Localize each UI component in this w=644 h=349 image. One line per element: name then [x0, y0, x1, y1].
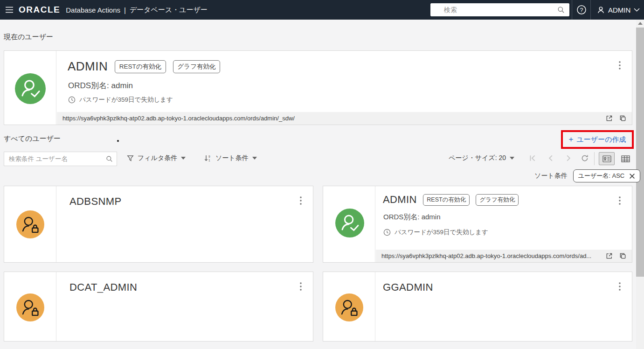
user-card-ggadmin[interactable]: GGADMIN — [323, 272, 632, 342]
ords-alias: ORDS別名: admin — [68, 80, 133, 91]
clock-icon — [383, 229, 391, 236]
header-search — [430, 3, 569, 16]
open-in-new-tab-icon[interactable] — [606, 115, 613, 122]
user-check-avatar-icon — [15, 73, 46, 106]
next-page-button[interactable] — [565, 154, 572, 163]
user-menu-label: ADMIN — [608, 6, 630, 14]
help-button[interactable]: ? — [573, 0, 590, 20]
user-search-input[interactable] — [4, 152, 117, 166]
graph-enabled-badge: グラフ有効化 — [476, 194, 519, 206]
user-name: DCAT_ADMIN — [69, 281, 137, 293]
sort-label: ソート条件 — [215, 154, 249, 162]
rest-enabled-badge: RESTの有効化 — [423, 194, 470, 206]
question-mark-icon: ? — [580, 7, 583, 14]
copy-url-icon[interactable] — [619, 252, 626, 259]
user-locked-avatar-icon — [16, 210, 44, 240]
clock-icon — [68, 96, 76, 104]
all-users-section-title: すべてのユーザー — [4, 134, 61, 143]
chevron-down-icon — [634, 8, 640, 12]
hamburger-menu-icon[interactable] — [0, 0, 19, 20]
header-search-input[interactable] — [430, 3, 569, 16]
page-title: データベース・ユーザー — [130, 6, 208, 14]
search-icon[interactable] — [106, 155, 113, 164]
copy-url-icon[interactable] — [619, 115, 626, 122]
previous-page-button[interactable] — [547, 154, 554, 163]
user-card-admin[interactable]: ADMIN RESTの有効化 グラフ有効化 ORDS別名: admin パスワー… — [323, 186, 632, 263]
search-icon[interactable] — [557, 6, 565, 15]
all-users-toolbar: フィルタ条件 91 ソート条件 ページ・サイズ: 20 — [0, 151, 636, 167]
table-view-button[interactable] — [617, 152, 633, 165]
password-expiry-text: パスワードが359日で失効します — [395, 228, 488, 237]
current-user-card: ADMIN RESTの有効化 グラフ有効化 ORDS別名: admin パスワー… — [4, 50, 632, 125]
stray-dot — [117, 140, 119, 142]
sort-chip-value: ユーザー名: ASC — [578, 172, 625, 180]
user-search — [4, 152, 117, 166]
card-menu-button[interactable] — [298, 195, 304, 208]
current-user-section-title: 現在のユーザー — [4, 33, 53, 42]
page-scrollbar[interactable] — [636, 20, 644, 349]
card-menu-button[interactable] — [617, 281, 623, 293]
page-size-label: ページ・サイズ: 20 — [449, 154, 506, 162]
ords-url[interactable]: https://sya6vphk3pzlkhq-atp02.adb.ap-tok… — [57, 115, 600, 122]
plus-icon: + — [569, 135, 574, 144]
graph-enabled-badge: グラフ有効化 — [173, 60, 221, 73]
user-menu[interactable]: ADMIN — [592, 0, 644, 20]
current-user-title-row: ADMIN RESTの有効化 グラフ有効化 — [68, 59, 220, 74]
password-expiry-row: パスワードが359日で失効します — [68, 96, 173, 104]
user-card-title-row: ADMIN RESTの有効化 グラフ有効化 — [383, 194, 519, 206]
card-menu-button[interactable] — [617, 60, 623, 72]
funnel-icon — [127, 155, 134, 162]
app-title: Database Actions | データベース・ユーザー — [66, 6, 208, 14]
oracle-logo: ORACLE — [19, 5, 60, 15]
avatar-column — [323, 272, 375, 341]
user-card-adbsnmp[interactable]: ADBSNMP — [4, 186, 313, 263]
avatar-column — [4, 186, 56, 262]
ords-alias: ORDS別名: admin — [383, 213, 441, 222]
sort-icon: 91 — [204, 154, 212, 162]
active-sort-row: ソート条件 ユーザー名: ASC — [534, 169, 640, 182]
ords-url-bar: https://sya6vphk3pzlkhq-atp02.adb.ap-tok… — [376, 250, 632, 262]
caret-down-icon — [181, 157, 186, 160]
card-menu-button[interactable] — [617, 195, 623, 208]
page: ORACLE Database Actions | データベース・ユーザー ? … — [0, 0, 644, 349]
user-check-avatar-icon — [335, 209, 364, 239]
refresh-icon[interactable] — [581, 154, 589, 164]
sort-dropdown[interactable]: 91 ソート条件 — [204, 154, 257, 162]
user-card-title-row: DCAT_ADMIN — [69, 281, 137, 293]
sort-chip[interactable]: ユーザー名: ASC — [573, 169, 641, 182]
app-title-text: Database Actions — [66, 6, 120, 14]
create-user-label: ユーザーの作成 — [576, 135, 626, 144]
page-size-dropdown[interactable]: ページ・サイズ: 20 — [449, 154, 514, 162]
password-expiry-text: パスワードが359日で失効します — [79, 96, 173, 104]
user-locked-avatar-icon — [335, 293, 363, 323]
avatar-column — [323, 186, 375, 262]
user-name: GGADMIN — [383, 281, 433, 293]
svg-text:9: 9 — [208, 155, 210, 158]
user-card-dcat-admin[interactable]: DCAT_ADMIN — [4, 272, 313, 342]
card-view-button[interactable] — [599, 152, 615, 165]
user-card-title-row: ADBSNMP — [69, 195, 122, 208]
app-header: ORACLE Database Actions | データベース・ユーザー ? … — [0, 0, 644, 20]
toolbar-divider — [594, 152, 595, 165]
ords-url-bar: https://sya6vphk3pzlkhq-atp02.adb.ap-tok… — [57, 112, 632, 125]
password-expiry-row: パスワードが359日で失効します — [383, 228, 488, 237]
card-menu-button[interactable] — [298, 281, 304, 293]
user-locked-avatar-icon — [16, 293, 44, 323]
first-page-button[interactable] — [529, 154, 536, 163]
remove-sort-icon[interactable] — [629, 173, 635, 179]
open-in-new-tab-icon[interactable] — [606, 252, 613, 259]
filter-dropdown[interactable]: フィルタ条件 — [127, 154, 186, 162]
scrollbar-up-arrow-icon[interactable] — [638, 22, 643, 25]
annotation-highlight-box: + ユーザーの作成 — [561, 130, 634, 149]
header-divider — [590, 0, 591, 20]
svg-text:1: 1 — [208, 159, 210, 162]
user-name: ADBSNMP — [69, 195, 122, 208]
user-name: ADMIN — [383, 194, 417, 206]
avatar-column — [4, 51, 56, 125]
current-user-name: ADMIN — [68, 59, 108, 74]
title-separator: | — [124, 6, 126, 14]
rest-enabled-badge: RESTの有効化 — [115, 60, 166, 73]
scrollbar-thumb[interactable] — [636, 28, 644, 277]
ords-url[interactable]: https://sya6vphk3pzlkhq-atp02.adb.ap-tok… — [376, 252, 600, 259]
create-user-button[interactable]: + ユーザーの作成 — [563, 132, 632, 147]
